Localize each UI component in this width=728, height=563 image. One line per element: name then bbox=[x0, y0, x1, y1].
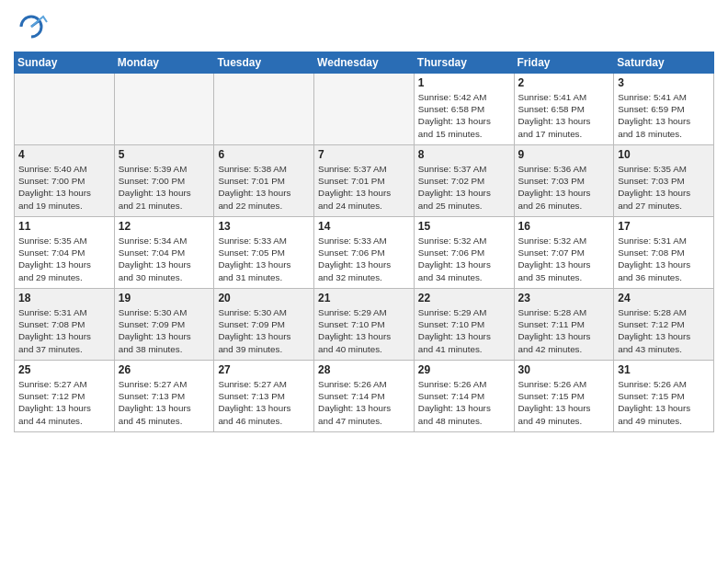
logo bbox=[14, 9, 52, 44]
day-number: 17 bbox=[618, 220, 710, 233]
day-info: Sunrise: 5:41 AM Sunset: 6:58 PM Dayligh… bbox=[518, 91, 610, 140]
calendar-header-wednesday: Wednesday bbox=[314, 52, 415, 74]
calendar-header-sunday: Sunday bbox=[15, 52, 115, 74]
day-number: 30 bbox=[518, 363, 610, 376]
calendar-cell: 26Sunrise: 5:27 AM Sunset: 7:13 PM Dayli… bbox=[114, 361, 214, 432]
calendar-cell: 30Sunrise: 5:26 AM Sunset: 7:15 PM Dayli… bbox=[514, 361, 614, 432]
calendar-cell: 27Sunrise: 5:27 AM Sunset: 7:13 PM Dayli… bbox=[214, 361, 314, 432]
calendar-cell: 1Sunrise: 5:42 AM Sunset: 6:58 PM Daylig… bbox=[414, 74, 514, 145]
day-info: Sunrise: 5:42 AM Sunset: 6:58 PM Dayligh… bbox=[418, 91, 510, 140]
calendar-week-row: 1Sunrise: 5:42 AM Sunset: 6:58 PM Daylig… bbox=[15, 74, 714, 145]
day-info: Sunrise: 5:37 AM Sunset: 7:02 PM Dayligh… bbox=[418, 163, 510, 212]
day-number: 11 bbox=[18, 220, 110, 233]
logo-icon bbox=[14, 9, 49, 44]
day-info: Sunrise: 5:31 AM Sunset: 7:08 PM Dayligh… bbox=[18, 306, 110, 355]
day-number: 21 bbox=[318, 292, 410, 304]
calendar-header-tuesday: Tuesday bbox=[214, 52, 314, 74]
calendar-cell: 19Sunrise: 5:30 AM Sunset: 7:09 PM Dayli… bbox=[114, 289, 214, 361]
day-info: Sunrise: 5:38 AM Sunset: 7:01 PM Dayligh… bbox=[218, 163, 310, 212]
calendar-cell: 13Sunrise: 5:33 AM Sunset: 7:05 PM Dayli… bbox=[214, 217, 314, 289]
day-number: 24 bbox=[618, 292, 710, 304]
calendar-cell: 15Sunrise: 5:32 AM Sunset: 7:06 PM Dayli… bbox=[414, 217, 514, 289]
day-number: 29 bbox=[418, 363, 510, 376]
day-number: 26 bbox=[119, 363, 210, 376]
calendar-cell: 4Sunrise: 5:40 AM Sunset: 7:00 PM Daylig… bbox=[15, 145, 115, 217]
day-number: 22 bbox=[418, 292, 510, 304]
day-info: Sunrise: 5:26 AM Sunset: 7:14 PM Dayligh… bbox=[318, 378, 410, 427]
calendar-cell: 12Sunrise: 5:34 AM Sunset: 7:04 PM Dayli… bbox=[114, 217, 214, 289]
day-number: 31 bbox=[618, 363, 710, 376]
day-info: Sunrise: 5:37 AM Sunset: 7:01 PM Dayligh… bbox=[318, 163, 410, 212]
day-number: 25 bbox=[18, 363, 110, 376]
day-number: 19 bbox=[119, 292, 210, 304]
calendar-cell: 22Sunrise: 5:29 AM Sunset: 7:10 PM Dayli… bbox=[414, 289, 514, 361]
calendar-week-row: 18Sunrise: 5:31 AM Sunset: 7:08 PM Dayli… bbox=[15, 289, 714, 361]
calendar-cell: 17Sunrise: 5:31 AM Sunset: 7:08 PM Dayli… bbox=[614, 217, 714, 289]
page: SundayMondayTuesdayWednesdayThursdayFrid… bbox=[0, 0, 728, 563]
day-number: 8 bbox=[418, 148, 510, 161]
day-number: 20 bbox=[218, 292, 310, 304]
day-info: Sunrise: 5:32 AM Sunset: 7:06 PM Dayligh… bbox=[418, 235, 510, 283]
day-info: Sunrise: 5:28 AM Sunset: 7:12 PM Dayligh… bbox=[618, 306, 710, 355]
day-number: 16 bbox=[518, 220, 610, 233]
day-info: Sunrise: 5:40 AM Sunset: 7:00 PM Dayligh… bbox=[18, 163, 110, 212]
day-info: Sunrise: 5:29 AM Sunset: 7:10 PM Dayligh… bbox=[418, 306, 510, 355]
day-info: Sunrise: 5:33 AM Sunset: 7:05 PM Dayligh… bbox=[218, 235, 310, 283]
calendar-cell: 8Sunrise: 5:37 AM Sunset: 7:02 PM Daylig… bbox=[414, 145, 514, 217]
calendar-cell: 25Sunrise: 5:27 AM Sunset: 7:12 PM Dayli… bbox=[15, 361, 115, 432]
calendar-cell: 31Sunrise: 5:26 AM Sunset: 7:15 PM Dayli… bbox=[614, 361, 714, 432]
day-info: Sunrise: 5:31 AM Sunset: 7:08 PM Dayligh… bbox=[618, 235, 710, 283]
calendar-cell: 14Sunrise: 5:33 AM Sunset: 7:06 PM Dayli… bbox=[314, 217, 415, 289]
day-info: Sunrise: 5:41 AM Sunset: 6:59 PM Dayligh… bbox=[618, 91, 710, 140]
calendar-cell: 3Sunrise: 5:41 AM Sunset: 6:59 PM Daylig… bbox=[614, 74, 714, 145]
calendar-table: SundayMondayTuesdayWednesdayThursdayFrid… bbox=[14, 52, 714, 432]
calendar-cell: 5Sunrise: 5:39 AM Sunset: 7:00 PM Daylig… bbox=[114, 145, 214, 217]
day-info: Sunrise: 5:26 AM Sunset: 7:15 PM Dayligh… bbox=[618, 378, 710, 427]
day-info: Sunrise: 5:27 AM Sunset: 7:13 PM Dayligh… bbox=[218, 378, 310, 427]
calendar-header-row: SundayMondayTuesdayWednesdayThursdayFrid… bbox=[15, 52, 714, 74]
calendar-cell: 7Sunrise: 5:37 AM Sunset: 7:01 PM Daylig… bbox=[314, 145, 415, 217]
day-number: 5 bbox=[119, 148, 210, 161]
day-number: 15 bbox=[418, 220, 510, 233]
day-number: 23 bbox=[518, 292, 610, 304]
day-number: 4 bbox=[18, 148, 110, 161]
day-number: 1 bbox=[418, 76, 510, 89]
calendar-cell: 16Sunrise: 5:32 AM Sunset: 7:07 PM Dayli… bbox=[514, 217, 614, 289]
calendar-header-monday: Monday bbox=[114, 52, 214, 74]
day-info: Sunrise: 5:29 AM Sunset: 7:10 PM Dayligh… bbox=[318, 306, 410, 355]
calendar-week-row: 4Sunrise: 5:40 AM Sunset: 7:00 PM Daylig… bbox=[15, 145, 714, 217]
day-info: Sunrise: 5:27 AM Sunset: 7:13 PM Dayligh… bbox=[119, 378, 210, 427]
day-number: 9 bbox=[518, 148, 610, 161]
day-number: 14 bbox=[318, 220, 410, 233]
calendar-cell bbox=[114, 74, 214, 145]
calendar-header-friday: Friday bbox=[514, 52, 614, 74]
day-number: 13 bbox=[218, 220, 310, 233]
day-number: 18 bbox=[18, 292, 110, 304]
calendar-cell: 29Sunrise: 5:26 AM Sunset: 7:14 PM Dayli… bbox=[414, 361, 514, 432]
header bbox=[14, 9, 714, 44]
calendar-cell bbox=[214, 74, 314, 145]
calendar-cell: 23Sunrise: 5:28 AM Sunset: 7:11 PM Dayli… bbox=[514, 289, 614, 361]
day-number: 2 bbox=[518, 76, 610, 89]
calendar-cell: 9Sunrise: 5:36 AM Sunset: 7:03 PM Daylig… bbox=[514, 145, 614, 217]
calendar-cell: 28Sunrise: 5:26 AM Sunset: 7:14 PM Dayli… bbox=[314, 361, 415, 432]
day-info: Sunrise: 5:32 AM Sunset: 7:07 PM Dayligh… bbox=[518, 235, 610, 283]
calendar-cell: 10Sunrise: 5:35 AM Sunset: 7:03 PM Dayli… bbox=[614, 145, 714, 217]
day-info: Sunrise: 5:26 AM Sunset: 7:15 PM Dayligh… bbox=[518, 378, 610, 427]
day-info: Sunrise: 5:36 AM Sunset: 7:03 PM Dayligh… bbox=[518, 163, 610, 212]
day-info: Sunrise: 5:30 AM Sunset: 7:09 PM Dayligh… bbox=[218, 306, 310, 355]
calendar-header-thursday: Thursday bbox=[414, 52, 514, 74]
day-info: Sunrise: 5:30 AM Sunset: 7:09 PM Dayligh… bbox=[119, 306, 210, 355]
day-info: Sunrise: 5:34 AM Sunset: 7:04 PM Dayligh… bbox=[119, 235, 210, 283]
day-number: 28 bbox=[318, 363, 410, 376]
calendar-cell: 18Sunrise: 5:31 AM Sunset: 7:08 PM Dayli… bbox=[15, 289, 115, 361]
day-number: 3 bbox=[618, 76, 710, 89]
day-number: 27 bbox=[218, 363, 310, 376]
calendar-week-row: 11Sunrise: 5:35 AM Sunset: 7:04 PM Dayli… bbox=[15, 217, 714, 289]
calendar-week-row: 25Sunrise: 5:27 AM Sunset: 7:12 PM Dayli… bbox=[15, 361, 714, 432]
calendar-cell: 20Sunrise: 5:30 AM Sunset: 7:09 PM Dayli… bbox=[214, 289, 314, 361]
day-number: 7 bbox=[318, 148, 410, 161]
calendar-cell: 6Sunrise: 5:38 AM Sunset: 7:01 PM Daylig… bbox=[214, 145, 314, 217]
day-info: Sunrise: 5:26 AM Sunset: 7:14 PM Dayligh… bbox=[418, 378, 510, 427]
day-info: Sunrise: 5:35 AM Sunset: 7:04 PM Dayligh… bbox=[18, 235, 110, 283]
